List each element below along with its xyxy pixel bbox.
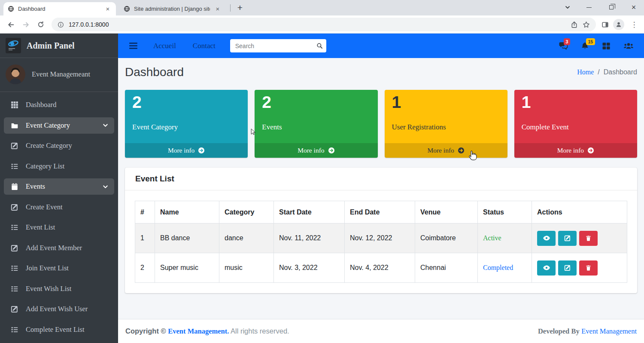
developer-link[interactable]: Event Management bbox=[581, 327, 637, 335]
restore-button[interactable] bbox=[601, 0, 621, 15]
breadcrumb-current: Dashboard bbox=[604, 68, 637, 76]
arrow-circle-right-icon bbox=[458, 147, 465, 154]
sidebar-item-dashboard[interactable]: Dashboard bbox=[4, 97, 114, 113]
nav-link-contact[interactable]: Contact bbox=[193, 42, 216, 50]
notifications-button[interactable]: 15 bbox=[581, 42, 589, 50]
user-name: Event Managemeant bbox=[32, 70, 90, 79]
sidebar-item-label: Add Event Wish User bbox=[26, 305, 88, 313]
cell-category: dance bbox=[219, 224, 274, 253]
sidebar-item-event-wish-list[interactable]: Event Wish List bbox=[4, 281, 114, 297]
stat-label: Event Category bbox=[125, 111, 248, 132]
more-info-label: More info bbox=[557, 147, 584, 154]
brand-header[interactable]: Admin Panel bbox=[0, 34, 118, 58]
arrow-circle-right-icon bbox=[587, 147, 594, 154]
app-logo-icon bbox=[6, 38, 21, 53]
sidebar-item-events[interactable]: Events bbox=[4, 178, 114, 195]
edit-button[interactable] bbox=[558, 260, 577, 276]
sidebar-item-create-event[interactable]: Create Event bbox=[4, 199, 114, 215]
delete-button[interactable] bbox=[579, 260, 598, 276]
sidebar-item-label: Create Category bbox=[26, 141, 72, 150]
users-icon[interactable] bbox=[623, 42, 634, 50]
footer-brand-link[interactable]: Event Management. bbox=[168, 327, 229, 335]
url-bar[interactable]: 127.0.0.1:8000 bbox=[52, 18, 596, 31]
minimize-button[interactable] bbox=[579, 0, 599, 15]
th-large-icon[interactable] bbox=[602, 42, 611, 50]
globe-favicon-icon bbox=[8, 6, 14, 12]
nav-link-accueil[interactable]: Accueil bbox=[153, 42, 176, 50]
breadcrumb: Home / Dashboard bbox=[577, 68, 637, 76]
tab-search-button[interactable] bbox=[558, 0, 577, 15]
back-button[interactable] bbox=[5, 19, 16, 30]
edit-button[interactable] bbox=[558, 231, 577, 246]
browser-tab-django-admin[interactable]: Site administration | Django site × bbox=[119, 2, 226, 15]
tab-title: Site administration | Django site bbox=[134, 6, 210, 12]
tab-close-icon[interactable]: × bbox=[214, 5, 222, 13]
browser-tab-strip: Dashboard × Site administration | Django… bbox=[0, 0, 644, 15]
sidebar-item-category-list[interactable]: Category List bbox=[4, 158, 114, 175]
sidebar-item-label: Create Event bbox=[26, 203, 63, 211]
stat-card-events: 2 Events More info bbox=[255, 90, 377, 158]
breadcrumb-home-link[interactable]: Home bbox=[577, 68, 594, 76]
list-icon bbox=[9, 285, 19, 293]
sidebar-item-event-list[interactable]: Event List bbox=[4, 219, 114, 236]
stat-card-event-category: 2 Event Category More info bbox=[125, 90, 248, 158]
brand-title: Admin Panel bbox=[27, 41, 75, 51]
more-info-link[interactable]: More info bbox=[125, 143, 248, 158]
row-actions bbox=[537, 260, 622, 276]
window-close-button[interactable]: × bbox=[624, 0, 644, 15]
calendar-icon bbox=[9, 183, 19, 190]
sidebar-item-add-event-member[interactable]: Add Event Member bbox=[4, 240, 114, 256]
user-panel[interactable]: Event Managemeant bbox=[0, 58, 118, 92]
search-icon[interactable] bbox=[313, 39, 326, 52]
sidebar-item-label: Category List bbox=[26, 162, 64, 171]
view-button[interactable] bbox=[537, 260, 556, 276]
more-info-label: More info bbox=[298, 147, 324, 154]
view-button[interactable] bbox=[537, 231, 556, 246]
delete-button[interactable] bbox=[579, 231, 598, 246]
browser-menu-button[interactable]: ⋮ bbox=[629, 19, 640, 30]
forward-button[interactable] bbox=[20, 19, 31, 30]
more-info-link[interactable]: More info bbox=[385, 143, 507, 158]
status-badge: Completed bbox=[478, 253, 532, 283]
tab-close-icon[interactable]: × bbox=[104, 5, 112, 13]
stat-label: Events bbox=[255, 111, 377, 132]
side-panel-button[interactable] bbox=[599, 19, 611, 30]
stat-card-user-registrations: 1 User Registrations More info bbox=[385, 90, 507, 158]
more-info-link[interactable]: More info bbox=[255, 143, 377, 158]
col-end-date: End Date bbox=[345, 201, 415, 224]
event-table: # Name Category Start Date End Date Venu… bbox=[135, 201, 627, 283]
page-footer: Copyright © Event Management. All rights… bbox=[118, 319, 644, 343]
sidebar-item-complete-event-list[interactable]: Complete Event List bbox=[4, 322, 114, 338]
stat-count: 1 bbox=[385, 90, 507, 111]
browser-tab-dashboard[interactable]: Dashboard × bbox=[3, 2, 116, 15]
sidebar-item-label: Events bbox=[26, 182, 45, 191]
sidebar-item-label: Event Category bbox=[26, 121, 70, 130]
list-icon bbox=[9, 162, 19, 170]
col-actions: Actions bbox=[532, 201, 627, 224]
row-actions bbox=[537, 231, 622, 246]
list-icon bbox=[9, 264, 19, 272]
sidebar-item-event-category[interactable]: Event Category bbox=[4, 117, 114, 134]
more-info-label: More info bbox=[427, 147, 454, 154]
sidebar-toggle-button[interactable] bbox=[129, 43, 137, 49]
sidebar-item-join-event-list[interactable]: Join Event List bbox=[4, 260, 114, 276]
stat-count: 2 bbox=[255, 90, 377, 111]
list-icon bbox=[9, 224, 19, 231]
more-info-link[interactable]: More info bbox=[514, 143, 637, 158]
bookmark-star-icon[interactable] bbox=[583, 21, 590, 28]
profile-button[interactable] bbox=[613, 19, 624, 30]
new-tab-button[interactable]: + bbox=[234, 3, 246, 14]
rights-text: All rights reserved. bbox=[231, 327, 289, 335]
reload-button[interactable] bbox=[35, 19, 46, 30]
messages-button[interactable]: 3 bbox=[559, 42, 568, 50]
share-icon[interactable] bbox=[571, 21, 578, 28]
col-name: Name bbox=[155, 201, 219, 224]
sidebar-item-add-event-wish-user[interactable]: Add Event Wish User bbox=[4, 301, 114, 317]
event-list-title: Event List bbox=[125, 168, 637, 190]
messages-badge: 3 bbox=[564, 38, 570, 45]
sidebar-item-create-category[interactable]: Create Category bbox=[4, 138, 114, 154]
arrow-circle-right-icon bbox=[198, 147, 205, 154]
stat-label: Complete Event bbox=[514, 111, 637, 132]
search-input[interactable] bbox=[230, 43, 313, 49]
site-info-icon[interactable] bbox=[58, 21, 64, 28]
